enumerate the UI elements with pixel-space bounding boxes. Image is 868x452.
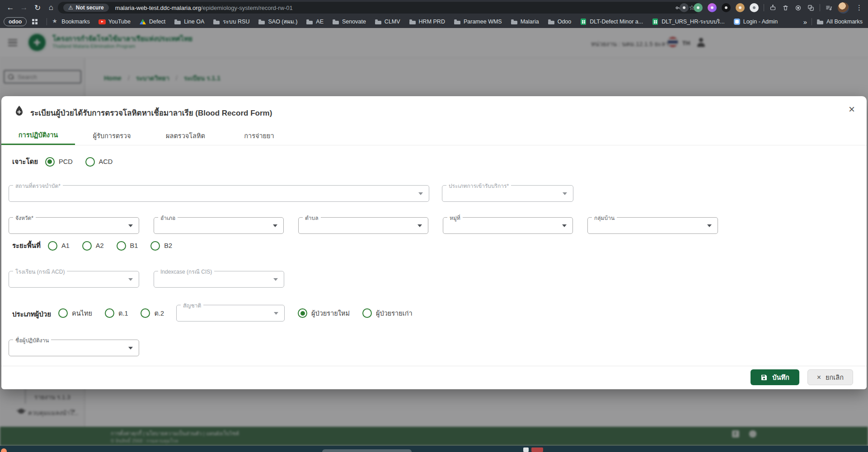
cancel-label: ยกเลิก: [826, 372, 844, 382]
select-school[interactable]: โรงเรียน (กรณี ACD): [9, 271, 139, 288]
extension-icon-1[interactable]: [680, 3, 689, 12]
bookmark-item[interactable]: HRM PRD: [409, 18, 445, 25]
modal-tab[interactable]: ผลตรวจโลหิต: [149, 126, 222, 145]
radio-option[interactable]: PCD: [45, 157, 73, 167]
bookmark-label: DLT_URS_HR-ระบบบริ...: [662, 17, 725, 26]
modal-tab[interactable]: ผู้รับการตรวจ: [75, 126, 149, 145]
dropdown-arrow-icon: [128, 278, 133, 281]
bookmark-icon: [52, 18, 59, 25]
patient-type-label: ประเภทผู้ป่วย: [12, 309, 51, 320]
save-floppy-icon: [760, 374, 768, 381]
radio-option[interactable]: A1: [48, 241, 70, 251]
village-group-label: กลุ่มบ้าน: [592, 214, 617, 222]
toolbar-right-icons: ⋮: [680, 0, 864, 15]
district-label: อำเภอ: [158, 214, 178, 222]
trash-icon[interactable]: [782, 4, 789, 12]
bookmark-item[interactable]: Odoo: [548, 18, 572, 25]
browser-menu-icon[interactable]: ⋮: [854, 4, 864, 12]
dropdown-arrow-icon: [418, 192, 423, 195]
radio-label: ต.1: [118, 308, 128, 318]
url-path: /epidemiology-system/record-rw-01: [201, 5, 293, 11]
operator-label: ชื่อผู้ปฏิบัติงาน: [13, 336, 51, 345]
select-operator[interactable]: ชื่อผู้ปฏิบัติงาน: [9, 340, 139, 356]
bookmark-item[interactable]: Defect: [139, 18, 165, 25]
bookmark-item[interactable]: Login - Admin: [733, 18, 778, 25]
bookmarks-overflow-icon[interactable]: »: [803, 18, 807, 26]
browser-profile-avatar[interactable]: [838, 2, 849, 14]
extension-icon-2[interactable]: [694, 3, 703, 12]
select-nationality[interactable]: สัญชาติ: [176, 305, 285, 322]
extension-icon-3[interactable]: [708, 3, 717, 12]
not-secure-chip[interactable]: ⚠ Not secure: [63, 4, 109, 12]
select-province[interactable]: จังหวัด*: [9, 217, 139, 234]
bookmark-item[interactable]: Senovate: [332, 18, 366, 25]
address-bar[interactable]: ⚠ Not secure malaria-web-test.ddc-malari…: [58, 2, 701, 14]
select-treatment-place[interactable]: สถานที่ตรวจบำบัด*: [9, 185, 429, 202]
province-label: จังหวัด*: [13, 214, 36, 222]
extension-icon-6[interactable]: [750, 3, 759, 12]
home-icon[interactable]: ⌂: [44, 3, 58, 12]
radio-icon: [362, 308, 372, 318]
playlist-icon[interactable]: [825, 4, 833, 12]
screen-record-icon[interactable]: [794, 4, 802, 12]
translate-icon[interactable]: [807, 4, 815, 12]
modal-tab[interactable]: การปฏิบัติงาน: [1, 126, 75, 145]
area-class-options: A1 A2 B1 B2: [41, 241, 172, 251]
extension-icon-5[interactable]: [736, 3, 745, 12]
bookmark-item[interactable]: ระบบ RSU: [213, 17, 249, 26]
radio-icon: [45, 157, 55, 167]
radio-option[interactable]: A2: [82, 241, 104, 251]
bookmark-item[interactable]: Line OA: [174, 18, 204, 25]
radio-label: ผู้ป่วยรายใหม่: [311, 308, 350, 318]
bottom-bar: [0, 446, 868, 452]
all-bookmarks[interactable]: All Bookmarks: [816, 18, 863, 25]
modal-tab[interactable]: การจ่ายยา: [222, 126, 296, 145]
bookmark-odoo[interactable]: odoo: [4, 17, 27, 26]
bookmark-item[interactable]: CLMV: [375, 18, 400, 25]
reload-icon[interactable]: ↻: [31, 3, 44, 13]
bookmark-label: Paramee WMS: [464, 19, 502, 25]
indexcase-label: Indexcase (กรณี CIS): [158, 267, 214, 276]
apps-grid-icon[interactable]: [32, 19, 38, 24]
cancel-x-icon: ×: [817, 373, 821, 382]
bookmark-item[interactable]: AE: [306, 18, 324, 25]
radio-option[interactable]: B1: [117, 241, 138, 251]
subdistrict-label: ตำบล: [303, 214, 321, 222]
forward-icon[interactable]: →: [17, 3, 31, 12]
cancel-button[interactable]: × ยกเลิก: [807, 369, 853, 385]
radio-label: A1: [61, 242, 70, 249]
radio-option[interactable]: ACD: [85, 157, 113, 167]
radio-option[interactable]: ผู้ป่วยรายใหม่: [298, 308, 350, 318]
bookmark-item[interactable]: SAO (สผม.): [258, 17, 297, 26]
bookmark-item[interactable]: DLT_URS_HR-ระบบบริ...: [652, 17, 725, 26]
bookmark-label: Line OA: [184, 19, 204, 25]
radio-option[interactable]: ต.2: [141, 308, 164, 318]
select-service-type[interactable]: ประเภทการเข้ารับบริการ*: [442, 185, 573, 202]
select-district[interactable]: อำเภอ: [154, 217, 284, 234]
bookmark-item[interactable]: YouTube: [99, 18, 131, 25]
bookmark-item[interactable]: Bookmarks: [52, 18, 90, 25]
extension-icon-4[interactable]: [722, 3, 731, 12]
bookmark-item[interactable]: DLT-Defect Minor a...: [580, 18, 643, 25]
radio-option[interactable]: ผู้ป่วยรายเก่า: [362, 308, 413, 318]
save-button[interactable]: บันทึก: [751, 369, 799, 385]
radio-icon: [85, 157, 95, 167]
robot-extension-icon[interactable]: [769, 4, 777, 12]
select-indexcase[interactable]: Indexcase (กรณี CIS): [154, 271, 284, 288]
select-subdistrict[interactable]: ตำบล: [298, 217, 428, 234]
bookmark-item[interactable]: Malaria: [511, 18, 539, 25]
back-icon[interactable]: ←: [4, 3, 17, 12]
bookmark-item[interactable]: Paramee WMS: [454, 18, 502, 25]
close-icon[interactable]: ×: [849, 104, 855, 115]
bookmark-label: AE: [316, 19, 324, 25]
case-status-options: ผู้ป่วยรายใหม่ ผู้ป่วยรายเก่า: [298, 308, 413, 318]
radio-option[interactable]: B2: [150, 241, 172, 251]
select-moo[interactable]: หมู่ที่: [443, 217, 573, 234]
select-village-group[interactable]: กลุ่มบ้าน: [587, 217, 718, 234]
radio-option[interactable]: คนไทย: [58, 308, 92, 318]
dropdown-arrow-icon: [562, 224, 567, 227]
bookmark-icon: [332, 18, 339, 25]
radio-option[interactable]: ต.1: [105, 308, 128, 318]
bookmark-label: Odoo: [558, 19, 572, 25]
radio-label: ต.2: [154, 308, 164, 318]
